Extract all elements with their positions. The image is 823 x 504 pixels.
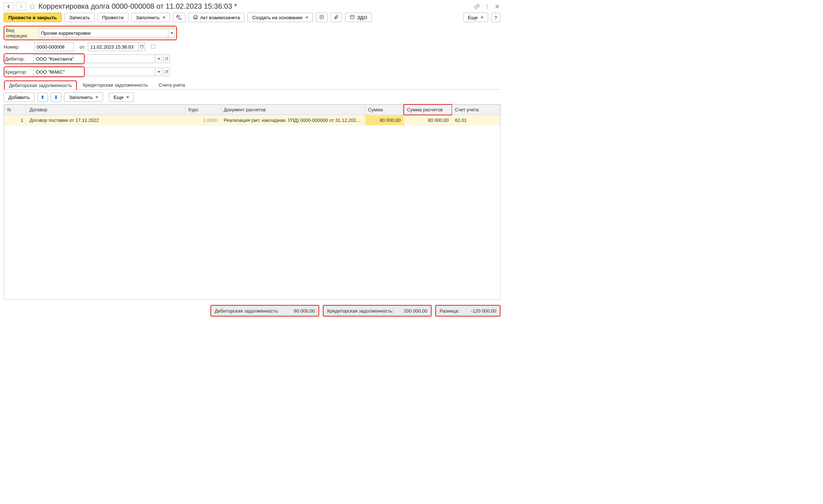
debtor-label: Дебитор: <box>5 56 31 62</box>
add-row-label: Добавить <box>8 95 30 100</box>
move-down-button[interactable]: ⬇ <box>51 92 61 102</box>
debtor-input-hl <box>33 54 83 63</box>
creditor-input-hl <box>33 67 83 76</box>
grid-more-label: Еще <box>114 95 123 100</box>
attach-button[interactable] <box>330 13 342 22</box>
svg-point-0 <box>487 4 487 5</box>
tab-accounts-label: Счета учета <box>159 82 185 88</box>
nav-back-button[interactable] <box>4 3 14 11</box>
date-input[interactable] <box>88 42 139 51</box>
svg-rect-8 <box>165 71 167 73</box>
tab-creditor-debt-label: Кредиторская задолженность <box>83 82 148 88</box>
total-debtor-value: 80 000,00 <box>294 308 315 314</box>
total-creditor-label: Кредиторская задолженность: <box>327 308 394 314</box>
cell-contract[interactable]: Договор поставки от 17.11.2022 <box>26 115 186 125</box>
close-icon[interactable] <box>494 3 501 10</box>
cell-n[interactable]: 1 <box>4 115 26 125</box>
creditor-open-button[interactable] <box>163 67 170 76</box>
date-label: от: <box>76 44 86 50</box>
creditor-dropdown[interactable] <box>155 67 162 76</box>
cell-sum[interactable]: 80 000,00 <box>365 115 404 125</box>
help-button[interactable]: ? <box>491 13 501 22</box>
open-icon <box>165 56 168 62</box>
col-header-n[interactable]: N <box>4 105 26 115</box>
printer-icon <box>193 15 198 21</box>
post-button[interactable]: Провести <box>98 13 128 22</box>
total-debtor-debt: Дебиторская задолженность: 80 000,00 <box>210 305 319 317</box>
more-button[interactable]: Еще <box>463 13 488 22</box>
favorite-star-icon[interactable] <box>28 3 36 11</box>
grid-more-button[interactable]: Еще <box>109 92 134 102</box>
table-row[interactable]: 1 Договор поставки от 17.11.2022 1,0000 … <box>4 115 500 125</box>
more-label: Еще <box>468 15 478 20</box>
add-row-button[interactable]: Добавить <box>4 92 34 102</box>
link-icon[interactable] <box>474 3 480 10</box>
fill-rows-button[interactable]: Заполнить <box>64 92 103 102</box>
debtor-input[interactable] <box>86 54 155 63</box>
tab-creditor-debt[interactable]: Кредиторская задолженность <box>77 80 153 90</box>
fill-label: Заполнить <box>136 15 160 20</box>
arrow-up-icon: ⬆ <box>41 95 45 100</box>
total-creditor-debt: Кредиторская задолженность: 200 000,00 <box>323 305 432 317</box>
svg-rect-4 <box>350 15 354 18</box>
fill-button[interactable]: Заполнить <box>131 13 170 22</box>
posted-status-icon <box>150 44 156 50</box>
nav-forward-button <box>16 3 26 11</box>
col-header-acct[interactable]: Счет учета <box>452 105 500 115</box>
total-difference: Разница: -120 000,00 <box>435 305 501 317</box>
svg-point-2 <box>487 8 487 8</box>
post-and-close-label: Провести и закрыть <box>8 15 57 20</box>
svg-point-1 <box>487 6 487 7</box>
chevron-down-icon <box>481 17 483 18</box>
save-label: Записать <box>69 15 90 20</box>
total-diff-value: -120 000,00 <box>471 308 496 314</box>
col-header-sum[interactable]: Сумма <box>365 105 404 115</box>
chevron-down-icon <box>95 96 98 98</box>
creditor-input[interactable] <box>86 67 155 76</box>
tab-accounts[interactable]: Счета учета <box>153 80 191 90</box>
cell-acct[interactable]: 62.01 <box>452 115 500 125</box>
edo-icon <box>350 15 355 21</box>
post-and-close-button[interactable]: Провести и закрыть <box>4 13 62 22</box>
chevron-down-icon <box>162 17 165 18</box>
edo-label: ЭДО <box>357 15 367 20</box>
col-header-doc[interactable]: Документ расчетов <box>221 105 365 115</box>
date-picker-button[interactable] <box>139 42 145 51</box>
debt-grid[interactable]: N Договор Курс Документ расчетов Сумма С… <box>4 104 501 300</box>
kebab-menu-icon[interactable] <box>484 3 490 10</box>
chevron-down-icon <box>157 71 160 73</box>
total-creditor-value: 200 000,00 <box>404 308 427 314</box>
chevron-down-icon <box>157 58 160 60</box>
arrow-down-icon: ⬇ <box>54 95 58 100</box>
tab-debtor-debt[interactable]: Дебиторская задолженность <box>4 80 77 90</box>
chevron-down-icon <box>126 96 129 98</box>
offset-act-button[interactable]: Акт взаимозачета <box>188 13 245 22</box>
dt-kt-button[interactable]: ДтКт <box>173 13 185 22</box>
move-up-button[interactable]: ⬆ <box>37 92 48 102</box>
page-title: Корректировка долга 0000-000008 от 11.02… <box>38 2 472 11</box>
cell-sumcalc[interactable]: 80 000,00 <box>404 115 452 125</box>
number-input[interactable] <box>34 42 74 51</box>
sheet-icon <box>319 15 324 21</box>
cell-rate[interactable]: 1,0000 <box>185 115 221 125</box>
creditor-label: Кредитор: <box>5 69 31 75</box>
svg-rect-5 <box>140 45 143 48</box>
create-based-label: Создать на основании <box>252 15 302 20</box>
save-button[interactable]: Записать <box>65 13 95 22</box>
op-type-dropdown[interactable] <box>168 29 175 37</box>
cell-doc[interactable]: Реализация (акт, накладная, УПД) 0000-00… <box>221 115 365 125</box>
edo-button[interactable]: ЭДО <box>345 13 372 22</box>
post-label: Провести <box>102 15 124 20</box>
fill-rows-label: Заполнить <box>69 95 92 100</box>
col-header-contract[interactable]: Договор <box>26 105 186 115</box>
col-header-rate[interactable]: Курс <box>185 105 221 115</box>
debtor-dropdown[interactable] <box>155 54 162 63</box>
total-diff-label: Разница: <box>440 308 459 314</box>
op-type-input[interactable] <box>38 29 168 37</box>
debtor-open-button[interactable] <box>163 54 170 63</box>
dt-kt-icon: ДтКт <box>176 15 182 20</box>
create-based-button[interactable]: Создать на основании <box>247 13 313 22</box>
svg-rect-6 <box>151 44 155 48</box>
col-header-sumcalc[interactable]: Сумма расчетов <box>404 105 452 115</box>
sheet-button[interactable] <box>316 13 328 22</box>
